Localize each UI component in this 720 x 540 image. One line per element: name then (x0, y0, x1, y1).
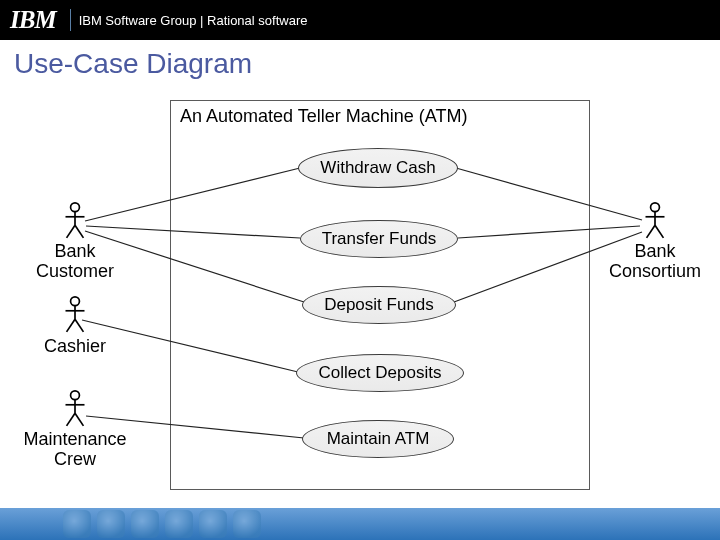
actor-label: Cashier (30, 336, 120, 357)
stick-figure-icon (62, 202, 88, 240)
usecase-label: Transfer Funds (322, 229, 437, 249)
page-title: Use-Case Diagram (0, 40, 720, 90)
actor-cashier: Cashier (30, 296, 120, 357)
usecase-withdraw-cash: Withdraw Cash (298, 148, 458, 188)
header-bar: IBM IBM Software Group | Rational softwa… (0, 0, 720, 40)
actor-label: Maintenance Crew (10, 430, 140, 470)
usecase-collect-deposits: Collect Deposits (296, 354, 464, 392)
footer-bar (0, 508, 720, 540)
ibm-logo-text: IBM (10, 6, 56, 34)
usecase-label: Collect Deposits (319, 363, 442, 383)
system-name: An Automated Teller Machine (ATM) (180, 106, 467, 127)
usecase-label: Maintain ATM (327, 429, 430, 449)
actor-maintenance-crew: Maintenance Crew (10, 390, 140, 470)
usecase-transfer-funds: Transfer Funds (300, 220, 458, 258)
usecase-maintain-atm: Maintain ATM (302, 420, 454, 458)
usecase-label: Deposit Funds (324, 295, 434, 315)
ibm-logo: IBM (10, 6, 56, 34)
actor-label: Bank Consortium (600, 242, 710, 282)
stick-figure-icon (62, 390, 88, 428)
actor-bank-consortium: Bank Consortium (600, 202, 710, 282)
usecase-deposit-funds: Deposit Funds (302, 286, 456, 324)
stick-figure-icon (642, 202, 668, 240)
stick-figure-icon (62, 296, 88, 334)
footer-texture (60, 508, 280, 540)
header-group-text: IBM Software Group | Rational software (79, 13, 308, 28)
actor-label: Bank Customer (20, 242, 130, 282)
header-divider (70, 9, 71, 31)
actor-bank-customer: Bank Customer (20, 202, 130, 282)
usecase-label: Withdraw Cash (320, 158, 435, 178)
